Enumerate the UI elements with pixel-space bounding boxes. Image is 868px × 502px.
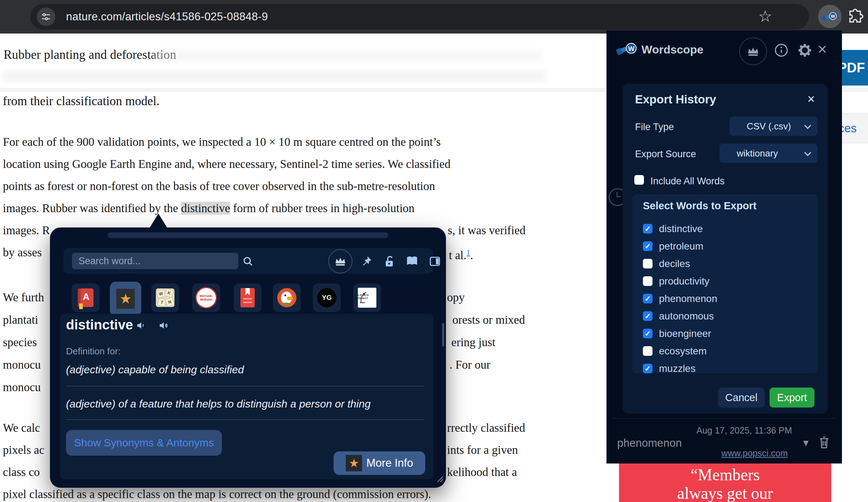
word-label: bioengineer: [659, 328, 711, 339]
tab-lingua-robot[interactable]: LINGUA ROBOT: [353, 283, 381, 312]
dictionary-popup: A ★ W K T N Merriam-Webster: [50, 227, 446, 488]
show-synonyms-button[interactable]: Show Synonyms & Antonyms: [66, 430, 222, 456]
site-settings-icon[interactable]: [37, 7, 55, 26]
word-row: ✓ petroleum: [643, 237, 807, 255]
tab-red-dictionary-book[interactable]: A: [72, 283, 100, 312]
article-fragment-with-ref: t al.1.: [449, 245, 473, 262]
article-fragment: . For our: [450, 358, 491, 372]
article-fragment: monocu: [3, 358, 41, 372]
info-icon[interactable]: [773, 42, 789, 60]
article-fragment: pixels ac: [3, 443, 44, 457]
delete-trash-icon[interactable]: [818, 435, 831, 450]
article-fragment: We calc: [3, 421, 40, 435]
popup-drag-handle[interactable]: [108, 232, 388, 238]
definition-2: (adjective) of a feature that helps to d…: [66, 398, 371, 410]
dialog-close-icon[interactable]: ×: [807, 92, 815, 107]
line-fragment: form of rubber trees in high-resolution: [230, 202, 415, 215]
history-word: phenomenon: [617, 437, 682, 450]
word-checkbox-petroleum[interactable]: ✓: [643, 241, 653, 251]
word-checkbox-productivity[interactable]: [643, 276, 653, 286]
word-checkbox-autonomous[interactable]: ✓: [643, 311, 653, 321]
word-checkbox-bioengineer[interactable]: ✓: [643, 329, 653, 338]
resize-handle[interactable]: [436, 475, 444, 483]
popup-pointer-arrow: [149, 214, 168, 229]
popup-scrollbar[interactable]: [442, 323, 444, 347]
tab-red-book[interactable]: [234, 283, 262, 312]
search-icon[interactable]: [242, 255, 254, 267]
export-button[interactable]: Export: [770, 388, 814, 408]
star-favorites-icon: ★: [116, 289, 135, 309]
divider: [66, 419, 425, 420]
article-fragment: monocu: [3, 380, 41, 394]
article-line: from their classification model.: [3, 94, 159, 108]
file-type-select[interactable]: CSV (.csv): [730, 117, 817, 136]
word-checkbox-ecosystem[interactable]: [643, 346, 653, 356]
chevron-down-icon[interactable]: ▼: [801, 437, 811, 449]
tab-yg-dictionary[interactable]: YG: [313, 283, 341, 312]
word-row: ✓ distinctive: [643, 220, 807, 237]
url-text[interactable]: nature.com/articles/s41586-025-08848-9: [66, 10, 268, 23]
tab-duckduckgo[interactable]: [273, 283, 301, 312]
premium-crown-icon[interactable]: [739, 37, 767, 65]
more-info-button[interactable]: ★ More Info: [334, 451, 425, 475]
history-source-link[interactable]: www.popsci.com: [721, 448, 788, 459]
word-label: phenomenon: [659, 293, 717, 304]
looked-up-word: distinctive: [66, 317, 133, 333]
word-checkbox-phenomenon[interactable]: ✓: [643, 294, 653, 303]
extensions-puzzle-icon[interactable]: [846, 8, 864, 26]
lock-icon[interactable]: [383, 255, 395, 267]
word-label: ecosystem: [659, 345, 707, 357]
bookmark-star-icon[interactable]: ☆: [758, 7, 772, 25]
divider: [613, 418, 836, 419]
export-source-value: wiktionary: [737, 148, 778, 159]
article-fragment: s, it was verified: [448, 223, 526, 237]
wordscope-extension-button[interactable]: W: [818, 5, 842, 28]
blurred-text-bar: [153, 50, 542, 61]
panel-close-icon[interactable]: ×: [818, 40, 827, 58]
side-panel-icon[interactable]: [429, 255, 441, 267]
dictionary-book-icon[interactable]: [406, 255, 418, 267]
speaker-icon[interactable]: [158, 320, 170, 331]
promo-banner[interactable]: “Members always get our: [619, 463, 831, 502]
word-checkbox-distinctive[interactable]: ✓: [643, 224, 653, 234]
word-label: distinctive: [659, 223, 703, 235]
select-words-heading: Select Words to Export: [643, 200, 757, 212]
search-input[interactable]: [72, 253, 238, 269]
chevron-down-icon: [804, 122, 811, 129]
line-fragment: t al.: [449, 249, 466, 262]
premium-crown-icon[interactable]: [328, 249, 352, 273]
file-type-label: File Type: [635, 122, 674, 133]
address-bar[interactable]: nature.com/articles/s41586-025-08848-9 ☆: [30, 4, 809, 30]
speaker-icon[interactable]: [136, 320, 148, 331]
word-label: productivity: [659, 276, 710, 287]
letter-tiles-icon: W K T N: [156, 288, 174, 307]
article-line: For each of the 900 validation points, w…: [3, 135, 441, 149]
article-fragment: orests or mixed: [452, 313, 525, 327]
include-all-words-checkbox[interactable]: [634, 175, 644, 185]
browser-toolbar: nature.com/articles/s41586-025-08848-9 ☆…: [0, 0, 868, 34]
tab-merriam-webster[interactable]: Merriam-Webster: [192, 283, 220, 312]
pin-icon[interactable]: [360, 255, 372, 267]
yg-icon: YG: [317, 288, 336, 307]
article-fragment: ints for a given: [447, 443, 518, 457]
tab-star-favorites-selected[interactable]: ★: [110, 282, 141, 316]
word-checkbox-deciles[interactable]: [643, 259, 653, 268]
tab-letter-tiles[interactable]: W K T N: [151, 283, 179, 312]
reference-link[interactable]: 1: [466, 248, 470, 257]
word-checkbox-muzzles[interactable]: ✓: [643, 364, 653, 373]
cancel-button[interactable]: Cancel: [718, 388, 765, 408]
article-fragment: images. R: [3, 223, 50, 237]
settings-gear-icon[interactable]: [797, 42, 813, 60]
word-row: ecosystem: [643, 342, 807, 360]
show-synonyms-label: Show Synonyms & Antonyms: [74, 437, 214, 449]
definition-1: (adjective) capable of being classified: [66, 364, 244, 376]
popup-toolbar: [64, 248, 433, 274]
export-source-select[interactable]: wiktionary: [720, 144, 817, 163]
article-fragment: ering just: [451, 335, 496, 349]
more-info-label: More Info: [366, 457, 413, 470]
red-dictionary-book-icon: A: [78, 288, 93, 307]
highlighted-word[interactable]: distinctive: [181, 202, 230, 215]
word-row: ✓ muzzles: [643, 360, 807, 377]
article-line: pixel classified as a specific class on …: [3, 487, 431, 501]
svg-text:W: W: [831, 14, 836, 19]
